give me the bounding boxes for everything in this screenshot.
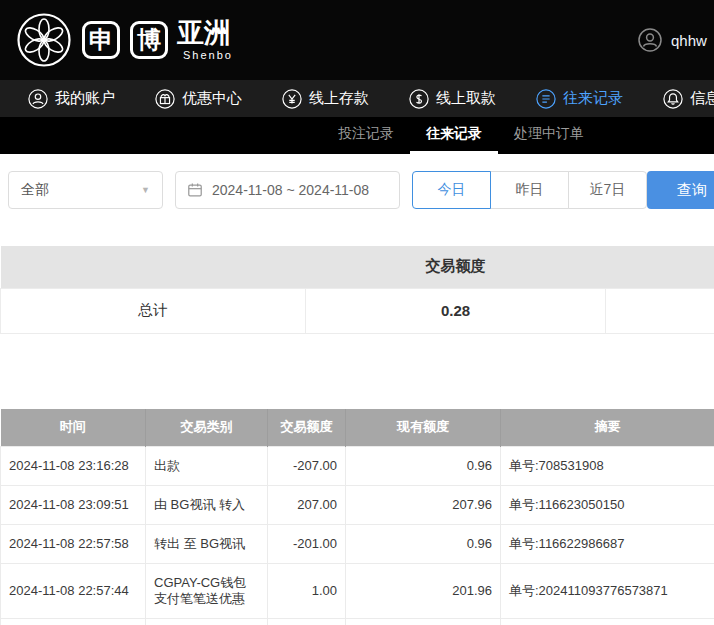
logo-subtitle: Shenbo bbox=[177, 49, 233, 61]
top-header: 申 博 亚洲 Shenbo qhhw bbox=[0, 0, 714, 80]
column-header: 现有额度 bbox=[346, 409, 501, 447]
table-row: 2024-11-08 23:09:51由 BG视讯 转入207.00207.96… bbox=[1, 486, 714, 525]
quick-button-last7days[interactable]: 近7日 bbox=[568, 171, 647, 209]
bell-icon bbox=[663, 89, 683, 109]
nav-item-label: 我的账户 bbox=[55, 89, 115, 108]
table-cell: CGPAY-CG钱包支付笔笔送优惠 bbox=[146, 564, 268, 619]
lotus-logo-icon bbox=[16, 12, 72, 68]
type-select-value: 全部 bbox=[21, 181, 49, 199]
quick-button-today[interactable]: 今日 bbox=[412, 171, 491, 209]
nav-item-transactions[interactable]: 往来记录 bbox=[516, 80, 643, 117]
calendar-icon bbox=[187, 182, 203, 198]
nav-item-label: 往来记录 bbox=[563, 89, 623, 108]
table-cell: 转出 至 BG视讯 bbox=[146, 525, 268, 564]
quick-button-yesterday[interactable]: 昨日 bbox=[490, 171, 569, 209]
main-nav: 我的账户优惠中心线上存款线上取款往来记录信息 bbox=[0, 80, 714, 117]
table-cell: 207.00 bbox=[268, 486, 346, 525]
logo-char-shen: 申 bbox=[82, 21, 120, 59]
table-cell: 2024-11-08 23:09:51 bbox=[1, 486, 146, 525]
table-cell: 201.96 bbox=[346, 564, 501, 619]
date-range-value: 2024-11-08 ~ 2024-11-08 bbox=[212, 182, 369, 198]
table-cell: 0.96 bbox=[346, 447, 501, 486]
summary-total-label: 总计 bbox=[1, 288, 306, 333]
nav-item-my-account[interactable]: 我的账户 bbox=[8, 80, 135, 117]
transactions-body: 2024-11-08 23:16:28出款-207.000.96单号:70853… bbox=[1, 447, 714, 625]
table-cell: -207.00 bbox=[268, 447, 346, 486]
table-row: 2024-11-08 22:57:44CGPAY-CG钱包支付笔笔送优惠1.00… bbox=[1, 564, 714, 619]
gift-icon bbox=[155, 89, 175, 109]
table-cell: 单号:202411093776573871 bbox=[501, 619, 714, 625]
table-cell: 200.00 bbox=[268, 619, 346, 625]
table-cell: 由 BG视讯 转入 bbox=[146, 486, 268, 525]
user-icon bbox=[28, 89, 48, 109]
table-cell: 2024-11-08 22:57:58 bbox=[1, 525, 146, 564]
column-header: 交易额度 bbox=[268, 409, 346, 447]
table-row: 2024-11-08 23:16:28出款-207.000.96单号:70853… bbox=[1, 447, 714, 486]
table-cell: 出款 bbox=[146, 447, 268, 486]
table-cell: 2024-11-08 22:57:44 bbox=[1, 619, 146, 625]
column-header: 时间 bbox=[1, 409, 146, 447]
nav-item-label: 优惠中心 bbox=[182, 89, 242, 108]
nav-item-promotions[interactable]: 优惠中心 bbox=[135, 80, 262, 117]
summary-header-row: 交易额度 bbox=[1, 246, 714, 288]
table-cell: -201.00 bbox=[268, 525, 346, 564]
user-account[interactable]: qhhw bbox=[638, 28, 707, 52]
nav-item-label: 线上取款 bbox=[436, 89, 496, 108]
nav-item-deposit[interactable]: 线上存款 bbox=[262, 80, 389, 117]
user-avatar-icon bbox=[638, 28, 662, 52]
transactions-table: 时间交易类别交易额度现有额度摘要 2024-11-08 23:16:28出款-2… bbox=[0, 409, 714, 625]
table-cell: 2024-11-08 22:57:44 bbox=[1, 564, 146, 619]
nav-item-label: 线上存款 bbox=[309, 89, 369, 108]
logo-char-bo: 博 bbox=[130, 21, 168, 59]
summary-table: 交易额度 总计 0.28 bbox=[0, 246, 714, 334]
tab-betting-records[interactable]: 投注记录 bbox=[322, 117, 410, 154]
table-cell: 单号:116623050150 bbox=[501, 486, 714, 525]
date-range-input[interactable]: 2024-11-08 ~ 2024-11-08 bbox=[175, 171, 400, 209]
records-icon bbox=[536, 89, 556, 109]
search-button[interactable]: 查询 bbox=[647, 171, 714, 209]
table-cell: 单号:202411093776573871 bbox=[501, 564, 714, 619]
tab-pending-orders[interactable]: 处理中订单 bbox=[498, 117, 600, 154]
table-cell: 单号:116622986687 bbox=[501, 525, 714, 564]
nav-item-messages[interactable]: 信息 bbox=[643, 80, 714, 117]
chevron-down-icon: ▼ bbox=[141, 185, 150, 195]
quick-range-group: 今日昨日近7日 bbox=[412, 171, 647, 209]
withdraw-icon bbox=[409, 89, 429, 109]
nav-item-label: 信息 bbox=[690, 89, 714, 108]
table-cell: 200.96 bbox=[346, 619, 501, 625]
deposit-icon bbox=[282, 89, 302, 109]
type-select[interactable]: 全部 ▼ bbox=[8, 171, 163, 209]
summary-total-value: 0.28 bbox=[306, 288, 606, 333]
table-row: 2024-11-08 22:57:58转出 至 BG视讯-201.000.96单… bbox=[1, 525, 714, 564]
summary-total-row: 总计 0.28 bbox=[1, 288, 714, 333]
summary-header-label: 交易额度 bbox=[306, 246, 606, 288]
column-header: 交易类别 bbox=[146, 409, 268, 447]
sub-nav: 投注记录往来记录处理中订单 bbox=[0, 117, 714, 154]
table-cell: 2024-11-08 23:16:28 bbox=[1, 447, 146, 486]
table-cell: 1.00 bbox=[268, 564, 346, 619]
table-header-row: 时间交易类别交易额度现有额度摘要 bbox=[1, 409, 714, 447]
column-header: 摘要 bbox=[501, 409, 714, 447]
logo-region-text: 亚洲 bbox=[177, 19, 233, 47]
tab-transaction-records[interactable]: 往来记录 bbox=[410, 117, 498, 154]
table-cell: 207.96 bbox=[346, 486, 501, 525]
table-row: 2024-11-08 22:57:44CGPAY支付200.00200.96单号… bbox=[1, 619, 714, 625]
table-cell: 0.96 bbox=[346, 525, 501, 564]
username: qhhw bbox=[671, 32, 707, 49]
nav-item-withdraw[interactable]: 线上取款 bbox=[389, 80, 516, 117]
logo-region: 亚洲 Shenbo bbox=[177, 19, 233, 61]
table-cell: 单号:708531908 bbox=[501, 447, 714, 486]
filter-bar: 全部 ▼ 2024-11-08 ~ 2024-11-08 今日昨日近7日 查询 bbox=[0, 154, 714, 226]
table-cell: CGPAY支付 bbox=[146, 619, 268, 625]
